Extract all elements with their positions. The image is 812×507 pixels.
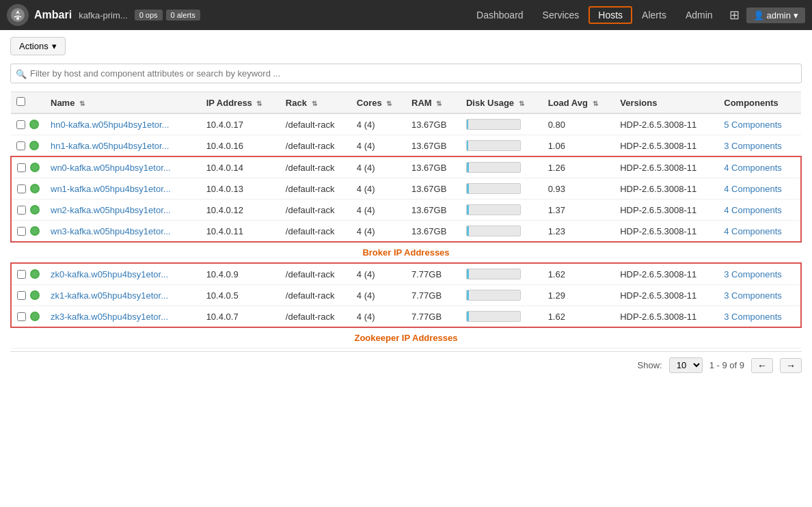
row-ip: 10.4.0.17 <box>201 113 280 135</box>
components-link[interactable]: 4 Components <box>724 184 782 194</box>
table-row: wn1-kafka.w05hpu4bsy1etor... 10.4.0.13 /… <box>11 178 801 200</box>
disk-bar-fill <box>467 120 468 129</box>
components-link[interactable]: 5 Components <box>724 120 782 130</box>
components-link[interactable]: 3 Components <box>724 290 782 301</box>
next-page-button[interactable]: → <box>780 358 802 373</box>
load-sort-icon: ⇅ <box>593 100 598 107</box>
row-disk <box>461 306 543 328</box>
status-icon <box>29 141 39 150</box>
components-link[interactable]: 4 Components <box>724 226 782 236</box>
row-components: 4 Components <box>718 221 801 243</box>
cores-sort-icon: ⇅ <box>386 100 392 107</box>
user-menu[interactable]: 👤 admin ▾ <box>746 8 805 23</box>
row-cores: 4 (4) <box>351 200 406 221</box>
host-link[interactable]: hn0-kafka.w05hpu4bsy1etor... <box>51 120 169 130</box>
components-link[interactable]: 3 Components <box>724 269 782 279</box>
row-components: 3 Components <box>718 263 801 285</box>
table-row: wn3-kafka.w05hpu4bsy1etor... 10.4.0.11 /… <box>11 221 801 243</box>
row-checkbox[interactable] <box>17 291 26 300</box>
row-disk <box>461 156 543 178</box>
row-components: 3 Components <box>718 306 801 328</box>
search-bar: 🔍 <box>10 64 802 83</box>
prev-page-button[interactable]: ← <box>751 358 773 373</box>
host-link[interactable]: zk1-kafka.w05hpu4bsy1etor... <box>51 290 168 301</box>
row-checkbox[interactable] <box>16 141 25 150</box>
components-link[interactable]: 4 Components <box>724 163 782 173</box>
row-rack: /default-rack <box>280 113 351 135</box>
row-cores: 4 (4) <box>351 263 406 285</box>
col-cores[interactable]: Cores ⇅ <box>351 92 406 114</box>
search-icon: 🔍 <box>16 68 27 79</box>
nav-links: Dashboard Services Hosts Alerts Admin ⊞ … <box>467 4 805 26</box>
user-label: admin <box>767 10 791 20</box>
row-disk <box>461 178 543 200</box>
row-version: HDP-2.6.5.3008-11 <box>614 135 718 157</box>
host-link[interactable]: wn0-kafka.w05hpu4bsy1etor... <box>51 163 171 173</box>
row-checkbox[interactable] <box>17 312 26 321</box>
row-ip: 10.4.0.9 <box>201 263 280 285</box>
row-load: 1.29 <box>543 285 615 306</box>
col-ram[interactable]: RAM ⇅ <box>406 92 461 114</box>
host-link[interactable]: wn3-kafka.w05hpu4bsy1etor... <box>51 226 171 236</box>
row-version: HDP-2.6.5.3008-11 <box>614 113 718 135</box>
select-all-checkbox[interactable] <box>16 97 25 106</box>
table-row: hn1-kafka.w05hpu4bsy1etor... 10.4.0.16 /… <box>11 135 801 157</box>
host-link[interactable]: wn1-kafka.w05hpu4bsy1etor... <box>51 184 171 194</box>
host-link[interactable]: wn2-kafka.w05hpu4bsy1etor... <box>51 205 171 215</box>
search-input[interactable] <box>10 64 802 83</box>
actions-button[interactable]: Actions ▾ <box>10 37 66 55</box>
components-link[interactable]: 3 Components <box>724 312 782 322</box>
components-link[interactable]: 3 Components <box>724 141 782 151</box>
disk-bar-fill <box>467 163 469 172</box>
host-link[interactable]: zk3-kafka.w05hpu4bsy1etor... <box>51 312 168 322</box>
row-load: 1.23 <box>543 221 615 243</box>
brand-logo-icon <box>7 4 29 26</box>
host-link[interactable]: hn1-kafka.w05hpu4bsy1etor... <box>51 141 169 151</box>
row-checkbox[interactable] <box>17 227 26 236</box>
row-checkbox[interactable] <box>17 163 26 172</box>
row-rack: /default-rack <box>280 178 351 200</box>
disk-bar <box>466 119 521 130</box>
apps-grid-icon[interactable]: ⊞ <box>722 4 746 26</box>
col-rack[interactable]: Rack ⇅ <box>280 92 351 114</box>
col-load[interactable]: Load Avg ⇅ <box>543 92 615 114</box>
row-load: 1.37 <box>543 200 615 221</box>
row-cores: 4 (4) <box>351 135 406 157</box>
col-name[interactable]: Name ⇅ <box>45 92 201 114</box>
row-load: 0.93 <box>543 178 615 200</box>
broker-annotation-label: Broker IP Addresses <box>11 242 801 263</box>
row-rack: /default-rack <box>280 285 351 306</box>
row-ip: 10.4.0.14 <box>201 156 280 178</box>
host-link[interactable]: zk0-kafka.w05hpu4bsy1etor... <box>51 269 168 279</box>
status-icon <box>30 269 40 279</box>
col-disk[interactable]: Disk Usage ⇅ <box>461 92 543 114</box>
row-checkbox[interactable] <box>17 184 26 193</box>
page-range: 1 - 9 of 9 <box>709 360 744 370</box>
row-rack: /default-rack <box>280 135 351 157</box>
ip-sort-icon: ⇅ <box>256 100 262 107</box>
row-checkbox[interactable] <box>16 120 25 129</box>
per-page-select[interactable]: 10 25 50 <box>669 357 703 373</box>
col-ip[interactable]: IP Address ⇅ <box>201 92 280 114</box>
nav-hosts[interactable]: Hosts <box>588 6 632 24</box>
disk-bar <box>466 269 521 279</box>
row-checkbox-cell <box>11 306 45 328</box>
disk-bar-fill <box>467 141 468 150</box>
row-rack: /default-rack <box>280 200 351 221</box>
row-components: 4 Components <box>718 178 801 200</box>
row-disk <box>461 200 543 221</box>
nav-alerts[interactable]: Alerts <box>632 6 676 24</box>
components-link[interactable]: 4 Components <box>724 205 782 215</box>
row-ram: 7.77GB <box>406 285 461 306</box>
nav-admin[interactable]: Admin <box>676 6 722 24</box>
row-name: wn2-kafka.w05hpu4bsy1etor... <box>45 200 201 221</box>
row-disk <box>461 135 543 157</box>
nav-services[interactable]: Services <box>533 6 589 24</box>
table-row: wn2-kafka.w05hpu4bsy1etor... 10.4.0.12 /… <box>11 200 801 221</box>
zookeeper-annotation-row: Zookeeper IP Addresses <box>11 327 801 348</box>
row-checkbox[interactable] <box>17 270 26 279</box>
nav-dashboard[interactable]: Dashboard <box>467 6 533 24</box>
broker-annotation-row: Broker IP Addresses <box>11 242 801 263</box>
col-components: Components <box>718 92 801 114</box>
row-checkbox[interactable] <box>17 206 26 215</box>
